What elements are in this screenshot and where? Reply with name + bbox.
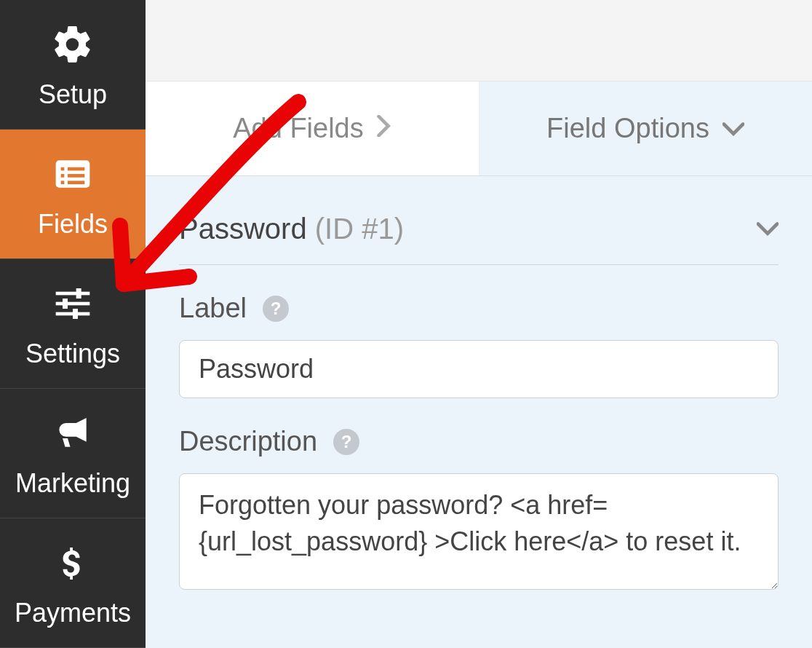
sidebar: Setup Fields Settings Marketing Payments — [0, 0, 146, 648]
sidebar-item-label: Marketing — [15, 468, 130, 499]
chevron-down-icon — [757, 216, 779, 242]
divider — [179, 264, 779, 265]
svg-rect-9 — [56, 301, 90, 305]
label-input[interactable] — [179, 340, 779, 398]
field-label: Label — [179, 293, 247, 324]
tab-field-options[interactable]: Field Options — [479, 82, 812, 175]
gear-icon — [48, 20, 97, 69]
panel-id: (ID #1) — [315, 213, 404, 245]
panel-title: Password (ID #1) — [179, 213, 404, 245]
field-label: Description — [179, 426, 317, 457]
description-group: Description ? — [179, 426, 779, 593]
chevron-down-icon — [723, 114, 744, 143]
svg-rect-3 — [61, 174, 65, 178]
svg-rect-8 — [76, 288, 81, 299]
sidebar-item-label: Fields — [38, 209, 108, 240]
svg-rect-4 — [68, 174, 84, 178]
tab-label: Add Fields — [233, 113, 364, 144]
sidebar-item-label: Setup — [39, 79, 107, 110]
help-icon[interactable]: ? — [333, 429, 359, 455]
label-group: Label ? — [179, 293, 779, 398]
tab-label: Field Options — [546, 113, 709, 144]
bullhorn-icon — [48, 408, 97, 458]
svg-rect-7 — [56, 291, 90, 295]
help-icon[interactable]: ? — [263, 296, 289, 322]
sidebar-item-settings[interactable]: Settings — [0, 259, 146, 389]
dollar-icon — [48, 538, 97, 588]
svg-rect-2 — [68, 167, 84, 170]
sidebar-item-label: Settings — [25, 339, 120, 369]
tab-add-fields[interactable]: Add Fields — [146, 82, 479, 175]
chevron-right-icon — [377, 114, 391, 143]
main: Add Fields Field Options Password (ID #1… — [146, 0, 812, 648]
svg-rect-12 — [73, 309, 78, 319]
list-icon — [48, 149, 97, 199]
topbar — [146, 0, 812, 82]
sidebar-item-label: Payments — [15, 598, 131, 628]
svg-rect-5 — [61, 181, 65, 184]
tabs: Add Fields Field Options — [146, 82, 812, 176]
svg-rect-6 — [68, 181, 84, 184]
sidebar-item-fields[interactable]: Fields — [0, 130, 146, 259]
sliders-icon — [48, 279, 97, 328]
panel-header[interactable]: Password (ID #1) — [179, 176, 779, 264]
svg-rect-10 — [63, 299, 68, 309]
description-input[interactable] — [179, 473, 779, 590]
field-options-panel: Password (ID #1) Label ? Description ? — [146, 176, 812, 648]
sidebar-item-setup[interactable]: Setup — [0, 0, 146, 130]
sidebar-item-marketing[interactable]: Marketing — [0, 389, 146, 518]
svg-rect-1 — [61, 167, 65, 170]
sidebar-item-payments[interactable]: Payments — [0, 518, 146, 648]
